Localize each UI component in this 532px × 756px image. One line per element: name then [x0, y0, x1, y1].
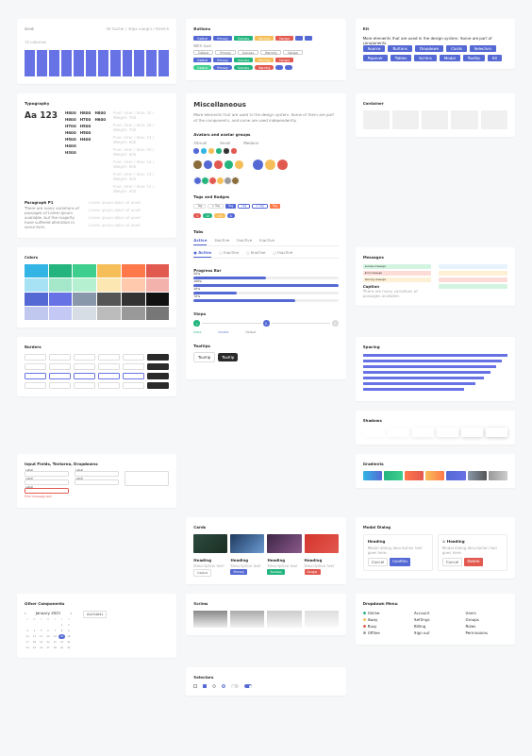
cal-grid[interactable]: SMTWTFS123456789101112131415161718192021…: [25, 617, 72, 650]
color-swatch[interactable]: [49, 278, 73, 292]
cal-day[interactable]: 6: [45, 629, 51, 633]
tag[interactable]: 8: [227, 213, 235, 218]
button[interactable]: Danger: [275, 36, 293, 41]
cal-day[interactable]: 23: [66, 640, 72, 645]
cal-day[interactable]: 21: [52, 640, 58, 645]
dropdown-item[interactable]: Billing: [414, 624, 456, 629]
kit-chip[interactable]: Dropdown: [415, 45, 443, 52]
toggle-off[interactable]: [231, 684, 239, 688]
tag[interactable]: × Tag: [252, 204, 268, 209]
cal-day[interactable]: 17: [25, 640, 30, 645]
button[interactable]: Danger: [283, 50, 303, 55]
kit-chip[interactable]: Scrims: [414, 55, 436, 61]
cal-day[interactable]: 28: [52, 646, 58, 650]
kit-chip[interactable]: Buttons: [388, 45, 411, 52]
cal-day[interactable]: 30: [66, 646, 72, 650]
cal-day[interactable]: 27: [45, 646, 51, 650]
button[interactable]: Success: [234, 36, 253, 41]
button[interactable]: [275, 65, 283, 70]
button[interactable]: Success: [234, 65, 253, 70]
color-swatch[interactable]: [73, 293, 96, 306]
tag[interactable]: × Tag: [208, 204, 224, 209]
cal-next-icon[interactable]: ›: [70, 611, 72, 615]
modal-button[interactable]: Cancel: [368, 558, 389, 566]
button[interactable]: Warning: [260, 50, 281, 55]
cal-day[interactable]: 22: [58, 640, 64, 645]
button[interactable]: Primary: [213, 36, 232, 41]
radio-selected[interactable]: [222, 684, 225, 688]
kit-chip[interactable]: Tooltip: [463, 55, 485, 61]
kit-chip[interactable]: Cards: [446, 45, 466, 52]
color-swatch[interactable]: [25, 307, 48, 320]
button[interactable]: [305, 36, 312, 41]
dropdown-item[interactable]: Busy: [363, 624, 405, 629]
tag[interactable]: Tag: [238, 204, 250, 209]
color-swatch[interactable]: [97, 293, 121, 306]
color-swatch[interactable]: [25, 264, 48, 277]
cal-day[interactable]: 16: [66, 634, 72, 639]
cal-day[interactable]: 11: [31, 634, 37, 639]
cal-day[interactable]: 20: [45, 640, 51, 645]
checkbox-empty[interactable]: [193, 684, 197, 688]
color-swatch[interactable]: [146, 293, 170, 306]
kit-chip[interactable]: Modal: [440, 55, 460, 61]
button[interactable]: Danger: [275, 58, 293, 62]
button[interactable]: Primary: [213, 65, 232, 70]
step-dot[interactable]: 3: [332, 320, 339, 327]
cal-day[interactable]: [52, 623, 58, 628]
tab[interactable]: ○ Inactive: [274, 250, 293, 258]
cal-day[interactable]: 29: [58, 646, 64, 650]
button[interactable]: Warning: [255, 58, 274, 62]
cal-day[interactable]: 3: [25, 629, 30, 633]
cal-day[interactable]: 10: [25, 634, 30, 639]
text-input[interactable]: Label: [75, 479, 119, 485]
color-swatch[interactable]: [97, 307, 121, 320]
cal-day[interactable]: 24: [25, 646, 30, 650]
date-input[interactable]: 01/15/2021: [83, 611, 107, 618]
card-image[interactable]: [267, 534, 301, 553]
dropdown-item[interactable]: Online: [363, 611, 405, 615]
kit-chip[interactable]: Source: [363, 45, 386, 52]
color-swatch[interactable]: [122, 278, 145, 292]
color-swatch[interactable]: [97, 278, 121, 292]
cal-day[interactable]: 18: [31, 640, 37, 645]
checkbox-checked[interactable]: [203, 684, 207, 688]
kit-chip[interactable]: Selectors: [470, 45, 497, 52]
text-input[interactable]: Label: [25, 488, 69, 494]
step-dot[interactable]: ✓: [193, 320, 200, 327]
color-swatch[interactable]: [122, 293, 145, 306]
button[interactable]: [285, 65, 292, 70]
tag[interactable]: Tag: [270, 204, 280, 209]
toggle-on[interactable]: [244, 684, 252, 688]
color-swatch[interactable]: [73, 307, 96, 320]
dropdown-item[interactable]: Account: [414, 611, 456, 615]
cal-day[interactable]: 15: [58, 634, 64, 639]
dropdown-item[interactable]: Offline: [363, 630, 405, 635]
color-swatch[interactable]: [49, 293, 73, 306]
color-swatch[interactable]: [25, 293, 48, 306]
dropdown-item[interactable]: Users: [466, 611, 507, 615]
cal-day[interactable]: [25, 623, 30, 628]
dropdown-item[interactable]: Settings: [414, 617, 456, 622]
color-swatch[interactable]: [146, 278, 170, 292]
textarea[interactable]: [125, 471, 169, 486]
cal-day[interactable]: 19: [39, 640, 44, 645]
color-swatch[interactable]: [25, 278, 48, 292]
card-image[interactable]: [193, 534, 227, 553]
tab[interactable]: ○ Inactive: [246, 250, 266, 258]
color-swatch[interactable]: [49, 264, 73, 277]
tag[interactable]: 123: [214, 213, 225, 218]
color-swatch[interactable]: [122, 307, 145, 320]
kit-chip[interactable]: Tables: [391, 55, 411, 61]
button[interactable]: Default: [193, 65, 211, 70]
button[interactable]: Primary: [215, 50, 236, 55]
cal-prev-icon[interactable]: ‹: [25, 611, 26, 615]
cal-day[interactable]: [31, 623, 37, 628]
button[interactable]: Default: [193, 36, 211, 41]
color-swatch[interactable]: [73, 278, 96, 292]
cal-day[interactable]: 4: [31, 629, 37, 633]
modal-button[interactable]: Cancel: [442, 558, 463, 566]
color-swatch[interactable]: [146, 307, 170, 320]
card-image[interactable]: [230, 534, 264, 553]
dropdown-item[interactable]: Roles: [466, 624, 507, 629]
